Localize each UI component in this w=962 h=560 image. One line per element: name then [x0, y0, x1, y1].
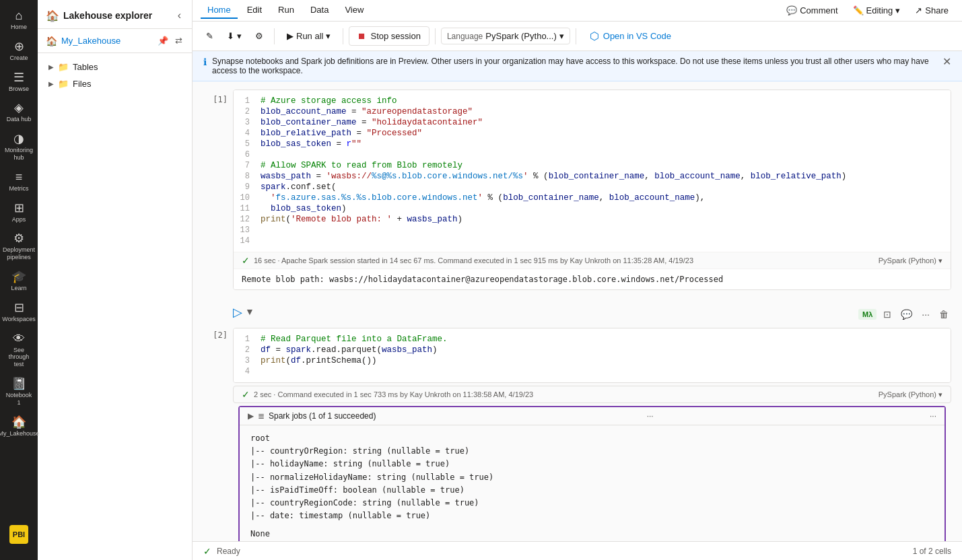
files-tree-item[interactable]: ▶ 📁 Files — [38, 75, 192, 92]
notebook-area[interactable]: ℹ Synapse notebooks and Spark job defini… — [193, 51, 962, 541]
cell-2-run-icon[interactable]: ▷ — [233, 304, 242, 320]
refresh-icon[interactable]: ⇄ — [174, 34, 184, 47]
nav-item-create[interactable]: ⊕ Create — [3, 36, 35, 66]
menu-tab-data[interactable]: Data — [304, 2, 335, 19]
code-line-9: 9 spark.conf.set( — [234, 182, 951, 193]
info-icon: ℹ — [203, 57, 207, 67]
cell-2-line-3: 3 print(df.printSchema()) — [234, 355, 951, 366]
info-bar: ℹ Synapse notebooks and Spark job defini… — [193, 51, 962, 81]
topbar-right: 💬 Comment ✏️ Editing ▾ ↗ Share — [781, 3, 954, 18]
tables-expand-icon: ▶ — [48, 63, 54, 71]
run-all-chevron-icon: ▾ — [326, 31, 331, 41]
schema-line-2: |-- holidayName: string (nullable = true… — [250, 458, 934, 470]
download-button[interactable]: ⬇ ▾ — [221, 28, 247, 44]
open-vscode-button[interactable]: ⬡ Open in VS Code — [582, 26, 679, 46]
add-cell-toolbar-button[interactable]: ✎ — [201, 28, 219, 44]
spark-jobs-expand-icon[interactable]: ▶ — [248, 411, 254, 421]
cell-2-expand-icon[interactable]: ▼ — [245, 304, 254, 317]
cell-2-area: ▷ ▼ Mλ ⊡ 💬 ··· 🗑 [2] — [193, 298, 962, 541]
main-area: Home Edit Run Data View 💬 Comment ✏️ Edi… — [193, 0, 962, 560]
stop-icon: ⏹ — [357, 31, 366, 41]
browse-icon: ☰ — [13, 71, 24, 83]
comment-button[interactable]: 💬 Comment — [781, 3, 843, 18]
cell-2-toolbar-more-icon[interactable]: ··· — [919, 308, 932, 321]
markdown-icon[interactable]: Mλ — [858, 309, 877, 320]
nav-item-home[interactable]: ⌂ Home — [3, 5, 35, 35]
cell-2-header-row: ▷ ▼ Mλ ⊡ 💬 ··· 🗑 — [203, 298, 951, 328]
settings-button[interactable]: ⚙ — [250, 28, 269, 44]
menu-tab-edit[interactable]: Edit — [240, 2, 269, 19]
nav-item-apps[interactable]: ⊞ Apps — [3, 198, 35, 228]
share-button[interactable]: ↗ Share — [909, 3, 954, 18]
nav-item-deployment[interactable]: ⚙ Deployment pipelines — [3, 228, 35, 265]
monitoring-icon: ◑ — [13, 133, 24, 145]
language-chevron-icon: ▾ — [559, 31, 564, 41]
code-line-1: 1 # Azure storage access info — [234, 96, 951, 106]
cell-2-status: ✓ 2 sec · Command executed in 1 sec 733 … — [233, 386, 951, 403]
code-line-7: 7 # Allow SPARK to read from Blob remote… — [234, 160, 951, 171]
cell-2-controls-row: ▷ ▼ — [233, 304, 853, 320]
nav-item-datahub[interactable]: ◈ Data hub — [3, 98, 35, 127]
tables-tree-item[interactable]: ▶ 📁 Tables — [38, 59, 192, 75]
toolbar-separator-1 — [274, 28, 275, 44]
ready-icon: ✓ — [203, 546, 211, 557]
files-expand-icon: ▶ — [48, 80, 54, 88]
cell-2-toolbar: Mλ ⊡ 💬 ··· 🗑 — [858, 304, 951, 322]
sidebar-header: 🏠 Lakehouse explorer ‹ — [38, 0, 192, 29]
menu-tab-run[interactable]: Run — [271, 2, 301, 19]
cell-2-number: [2] — [213, 330, 228, 340]
stop-session-button[interactable]: ⏹ Stop session — [349, 26, 429, 46]
run-all-button[interactable]: ▶ Run all ▾ — [280, 28, 337, 44]
cell-2-toolbar-delete-icon[interactable]: 🗑 — [936, 308, 951, 321]
pin-icon[interactable]: 📌 — [156, 34, 170, 47]
download-icon: ⬇ — [227, 31, 234, 41]
cell-2-lang-chevron[interactable]: ▾ — [938, 390, 942, 398]
nav-item-learn[interactable]: 🎓 Learn — [3, 267, 35, 296]
toolbar: ✎ ⬇ ▾ ⚙ ▶ Run all ▾ ⏹ Stop session Langu… — [193, 22, 962, 51]
nav-item-workspaces[interactable]: ⊟ Workspaces — [3, 298, 35, 327]
info-close-button[interactable]: ✕ — [942, 57, 951, 67]
spark-jobs-more-icon[interactable]: ··· — [930, 411, 936, 421]
schema-none: None — [250, 528, 934, 540]
cell-2-toolbar-comment-icon[interactable]: 💬 — [898, 308, 915, 321]
menu-tab-home[interactable]: Home — [201, 2, 238, 19]
code-line-5: 5 blob_sas_token = r"" — [234, 139, 951, 149]
deployment-icon: ⚙ — [13, 232, 24, 244]
nav-item-mylakehouse[interactable]: 🏠 My_Lakehouse — [3, 412, 35, 442]
editing-button[interactable]: ✏️ Editing ▾ — [849, 4, 905, 17]
lakehouse-nav-icon: 🏠 — [11, 416, 26, 428]
cell-2-line-1: 1 # Read Parquet file into a DataFrame. — [234, 334, 951, 345]
menu-tab-view[interactable]: View — [338, 2, 370, 19]
menu-bar: Home Edit Run Data View 💬 Comment ✏️ Edi… — [193, 0, 962, 22]
nav-item-seethrough[interactable]: 👁 See through test — [3, 328, 35, 372]
nav-item-metrics[interactable]: ≡ Metrics — [3, 167, 35, 197]
cell-2-output-container: ▶ ≣ Spark jobs (1 of 1 succeeded) ··· ··… — [238, 406, 946, 541]
nav-item-browse[interactable]: ☰ Browse — [3, 67, 35, 97]
schema-line-1: |-- countryOrRegion: string (nullable = … — [250, 445, 934, 458]
nav-item-monitoring[interactable]: ◑ Monitoring hub — [3, 129, 35, 166]
sidebar-tree: ▶ 📁 Tables ▶ 📁 Files — [38, 53, 192, 560]
cell-2-success-icon: ✓ — [242, 389, 250, 400]
spark-jobs-icon: ≣ — [258, 411, 265, 421]
schema-output: root |-- countryOrRegion: string (nullab… — [240, 425, 944, 541]
code-line-2: 2 blob_account_name = "azureopendatastor… — [234, 106, 951, 117]
sidebar-collapse-button[interactable]: ‹ — [175, 8, 184, 23]
code-line-10: 10 'fs.azure.sas.%s.%s.blob.core.windows… — [234, 193, 951, 203]
language-selector[interactable]: Language PySpark (Pytho...) ▾ — [441, 28, 570, 44]
lakehouse-icon: 🏠 — [46, 9, 59, 22]
cell-2-toolbar-copy-icon[interactable]: ⊡ — [881, 308, 894, 321]
editing-chevron-icon: ▾ — [895, 5, 900, 15]
spark-jobs-toolbar: ··· — [647, 411, 659, 421]
notebook-icon: 📓 — [11, 378, 26, 390]
cell-1-lang-chevron[interactable]: ▾ — [938, 256, 942, 265]
nav-item-notebook1[interactable]: 📓 Notebook 1 — [3, 374, 35, 411]
seethrough-icon: 👁 — [13, 332, 25, 345]
code-line-12: 12 print('Remote blob path: ' + wasbs_pa… — [234, 214, 951, 225]
edit-pencil-icon: ✏️ — [853, 5, 864, 15]
cell-1-language: PySpark (Python) ▾ — [879, 256, 942, 265]
cell-1-wrapper: [1] 1 # Azure storage access info 2 blob… — [193, 81, 962, 298]
settings-gear-icon: ⚙ — [255, 31, 263, 41]
cell-2-content-area: 1 # Read Parquet file into a DataFrame. … — [233, 328, 951, 541]
code-line-6: 6 — [234, 149, 951, 160]
add-cell-icon: ✎ — [206, 31, 213, 41]
